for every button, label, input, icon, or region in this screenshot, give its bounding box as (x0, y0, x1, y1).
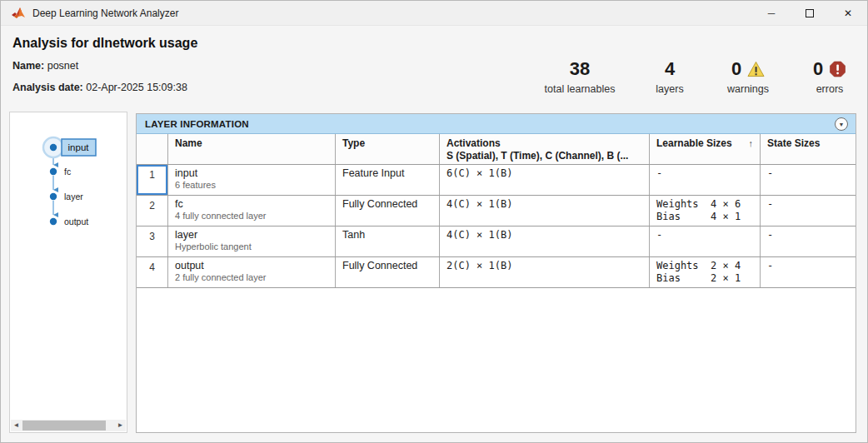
errors-value: 0 (813, 58, 823, 80)
close-button[interactable]: ✕ (829, 1, 867, 26)
table-row[interactable]: 2 fc 4 fully connected layer Fully Conne… (137, 196, 856, 226)
layer-name: input (175, 167, 335, 180)
layer-name: fc (175, 198, 335, 211)
column-header-learnable-sizes[interactable]: Learnable Sizes ↑ (650, 134, 761, 164)
stat-total-learnables: 38 total learnables (532, 57, 627, 95)
analysis-header: Analysis for dlnetwork usage Name: posne… (1, 26, 868, 109)
row-number[interactable]: 4 (137, 257, 168, 287)
table-header-row: Name Type Activations S (Spatial), T (Ti… (137, 134, 856, 165)
layer-information-title: LAYER INFORMATION (137, 119, 249, 129)
layer-activations[interactable]: 2(C) × 1(B) (440, 257, 650, 287)
layer-learnable-sizes[interactable]: Weights 4 × 6 Bias 4 × 1 (650, 196, 761, 226)
diagram-node-layer[interactable]: layer (50, 192, 83, 202)
layer-description: 6 features (175, 180, 335, 191)
diagram-horizontal-scrollbar[interactable]: ◄ ► (11, 420, 126, 431)
layer-state-sizes[interactable]: - (761, 196, 856, 226)
scroll-right-icon[interactable]: ► (115, 420, 126, 431)
layer-description: 2 fully connected layer (175, 272, 335, 283)
maximize-icon (806, 9, 814, 17)
layer-activations[interactable]: 4(C) × 1(B) (440, 196, 650, 226)
layer-state-sizes[interactable]: - (761, 165, 856, 195)
column-header-type[interactable]: Type (336, 134, 440, 164)
node-label-layer: layer (64, 192, 83, 202)
layer-description: Hyperbolic tangent (175, 241, 335, 252)
total-learnables-value: 38 (532, 57, 627, 81)
minimize-button[interactable]: ─ (752, 1, 791, 26)
row-number[interactable]: 2 (137, 196, 168, 226)
layer-type[interactable]: Tanh (336, 226, 440, 256)
layer-information-titlebar: LAYER INFORMATION ▼ (137, 114, 856, 134)
row-number[interactable]: 1 (137, 165, 168, 195)
chevron-down-icon: ▼ (839, 122, 845, 127)
diagram-node-input[interactable]: input (43, 137, 96, 157)
layer-name: layer (175, 229, 335, 241)
date-value: 02-Apr-2025 15:09:38 (86, 82, 187, 93)
layer-activations[interactable]: 4(C) × 1(B) (440, 226, 650, 256)
layer-state-sizes[interactable]: - (761, 226, 856, 256)
matlab-logo-icon (11, 7, 26, 20)
collapse-panel-button[interactable]: ▼ (835, 117, 848, 131)
layer-learnable-sizes[interactable]: - (650, 226, 761, 256)
layer-learnable-sizes[interactable]: Weights 2 × 4 Bias 2 × 1 (650, 257, 761, 287)
column-header-state-sizes[interactable]: State Sizes (761, 134, 856, 164)
stat-warnings: 0 warnings (712, 57, 784, 95)
row-number[interactable]: 3 (137, 226, 168, 256)
layer-type[interactable]: Fully Connected (336, 196, 440, 226)
page-title: Analysis for dlnetwork usage (12, 36, 197, 51)
column-header-activations[interactable]: Activations S (Spatial), T (Time), C (Ch… (440, 134, 650, 164)
app-window: Deep Learning Network Analyzer ─ ✕ Analy… (0, 0, 868, 443)
warning-icon (747, 61, 765, 77)
layer-activations[interactable]: 6(C) × 1(B) (440, 165, 650, 195)
date-label: Analysis date: (12, 82, 83, 93)
layer-state-sizes[interactable]: - (761, 257, 856, 287)
scroll-left-icon[interactable]: ◄ (11, 420, 22, 431)
table-row[interactable]: 1 input 6 features Feature Input 6(C) × … (137, 165, 856, 196)
layer-learnable-sizes[interactable]: - (650, 165, 761, 195)
table-row[interactable]: 3 layer Hyperbolic tangent Tanh 4(C) × 1… (137, 226, 856, 257)
diagram-node-output[interactable]: output (50, 217, 88, 226)
warnings-value: 0 (731, 58, 741, 80)
layer-name: output (175, 260, 335, 272)
total-learnables-label: total learnables (532, 83, 627, 95)
errors-label: errors (796, 83, 864, 95)
layers-value: 4 (644, 57, 696, 81)
maximize-button[interactable] (791, 1, 829, 26)
layers-label: layers (644, 83, 696, 95)
layer-description: 4 fully connected layer (175, 211, 335, 222)
stat-errors: 0 errors (796, 57, 864, 95)
column-header-rownum (137, 134, 168, 164)
node-label-input: input (68, 142, 90, 152)
table-row[interactable]: 4 output 2 fully connected layer Fully C… (137, 257, 856, 288)
layer-type[interactable]: Feature Input (336, 165, 440, 195)
layer-information-panel: LAYER INFORMATION ▼ Name Type Activation… (136, 113, 856, 433)
layer-type[interactable]: Fully Connected (336, 257, 440, 287)
stat-layers: 4 layers (644, 57, 696, 95)
warnings-label: warnings (712, 83, 784, 95)
network-name-line: Name: posnet (12, 60, 78, 72)
window-title: Deep Learning Network Analyzer (32, 7, 178, 19)
analysis-date-line: Analysis date: 02-Apr-2025 15:09:38 (12, 82, 187, 93)
scrollbar-thumb[interactable] (22, 421, 106, 431)
name-label: Name: (12, 60, 44, 72)
network-diagram-panel: input fc layer output ◄ ► (9, 112, 127, 433)
error-icon (829, 61, 846, 77)
node-label-fc: fc (64, 167, 71, 177)
title-bar: Deep Learning Network Analyzer ─ ✕ (1, 1, 867, 26)
node-label-output: output (64, 217, 88, 226)
diagram-node-fc[interactable]: fc (50, 167, 71, 177)
column-header-name[interactable]: Name (168, 134, 336, 164)
sort-ascending-icon[interactable]: ↑ (749, 137, 754, 164)
name-value: posnet (47, 60, 79, 72)
